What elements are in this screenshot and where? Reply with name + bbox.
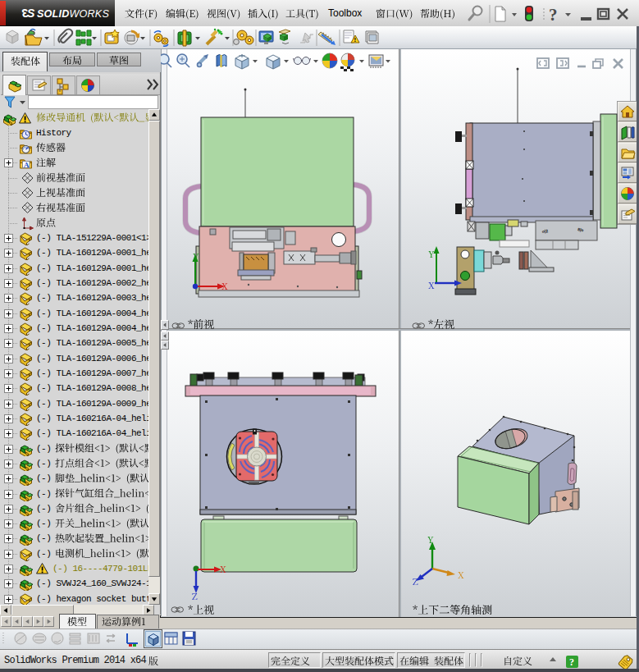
svg-text:A: A — [24, 161, 30, 169]
svg-text:o|2: o|2 — [541, 228, 548, 234]
svg-text:S: S — [27, 7, 35, 20]
svg-text:!: ! — [354, 36, 357, 43]
svg-text:?: ? — [569, 656, 574, 668]
svg-text:?: ? — [549, 5, 558, 25]
svg-text:SOLIDWORKS: SOLIDWORKS — [37, 8, 109, 20]
